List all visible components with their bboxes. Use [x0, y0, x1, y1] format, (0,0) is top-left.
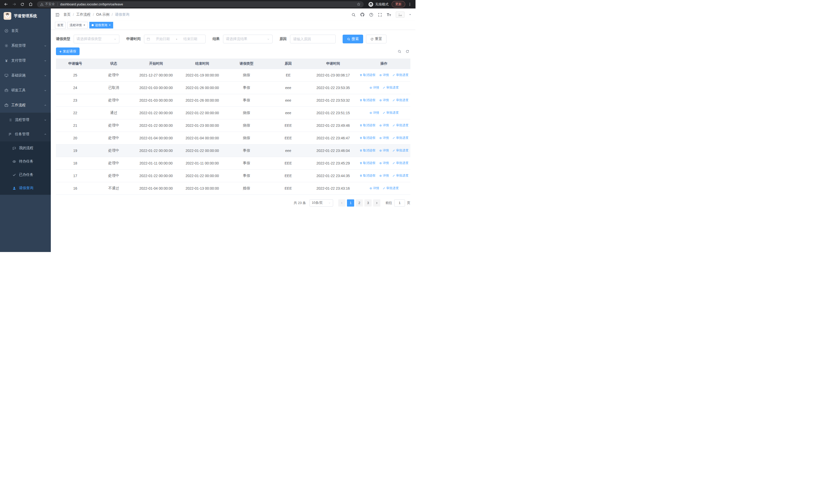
sidebar-item-label: 系统管理	[11, 43, 26, 48]
sidebar-item-payment[interactable]: ¥ 支付管理	[0, 53, 51, 68]
breadcrumb-oa-example[interactable]: OA 示例	[96, 12, 109, 17]
toggle-search-icon[interactable]	[398, 50, 401, 53]
github-icon[interactable]	[360, 12, 365, 17]
approval-progress-link[interactable]: 审批进度	[393, 161, 408, 165]
font-size-icon[interactable]	[386, 12, 391, 17]
cell-reason: eee	[268, 107, 309, 119]
user-avatar[interactable]	[396, 11, 404, 18]
reset-button[interactable]: 重置	[366, 35, 386, 43]
sidebar-item-workflow[interactable]: 工作流程	[0, 98, 51, 113]
detail-link[interactable]: 详情	[379, 73, 389, 77]
close-icon[interactable]: ×	[109, 24, 111, 27]
close-icon[interactable]: ×	[83, 24, 85, 27]
forward-icon[interactable]	[11, 1, 18, 8]
approval-progress-label: 审批进度	[396, 148, 408, 153]
sidebar-item-home[interactable]: 首页	[0, 23, 51, 38]
approval-progress-label: 审批进度	[396, 174, 408, 178]
apply-time-range-picker[interactable]: 开始日期 - 结束日期	[144, 35, 206, 43]
cell-status: 不通过	[94, 182, 133, 195]
breadcrumb-workflow[interactable]: 工作流程	[76, 12, 91, 17]
detail-link[interactable]: 详情	[379, 123, 389, 127]
search-button[interactable]: 搜索	[343, 35, 363, 43]
address-bar[interactable]: 不安全 dashboard.yudao.iocoder.cn/bpm/oa/le…	[37, 1, 364, 7]
detail-link[interactable]: 详情	[379, 174, 389, 178]
detail-link[interactable]: 详情	[379, 161, 389, 165]
create-leave-button[interactable]: + 发起请假	[56, 48, 80, 55]
page-2-button[interactable]: 2	[356, 199, 363, 207]
sidebar-item-label: 首页	[11, 28, 19, 33]
approval-progress-link[interactable]: 审批进度	[383, 111, 399, 115]
bookmark-star-icon[interactable]	[357, 2, 361, 6]
tab-leave-query[interactable]: 请假查询 ×	[89, 22, 113, 28]
breadcrumb-current: 请假查询	[115, 12, 130, 17]
approval-progress-link[interactable]: 审批进度	[383, 85, 399, 90]
app-logo-avatar	[4, 12, 11, 20]
sidebar-item-infra[interactable]: 基础设施	[0, 68, 51, 83]
leave-type-select[interactable]: 请选择请假类型	[74, 35, 119, 43]
approval-progress-link[interactable]: 审批进度	[393, 98, 408, 102]
detail-link[interactable]: 详情	[369, 85, 379, 90]
page-1-button[interactable]: 1	[347, 199, 354, 207]
prev-page-button[interactable]	[338, 199, 345, 207]
cell-status: 处理中	[94, 119, 133, 131]
detail-link[interactable]: 详情	[379, 98, 389, 102]
tab-label: 请假查询	[95, 23, 107, 27]
cancel-leave-link[interactable]: 取消请假	[360, 174, 375, 178]
goto-label: 前往	[385, 201, 392, 205]
sidebar-item-system[interactable]: 系统管理	[0, 38, 51, 53]
browser-menu-icon[interactable]	[407, 2, 413, 6]
next-page-button[interactable]	[373, 199, 380, 207]
result-label: 结果	[212, 37, 220, 41]
detail-link[interactable]: 详情	[379, 136, 389, 140]
detail-link[interactable]: 详情	[379, 148, 389, 153]
browser-update-button[interactable]: 更新	[392, 1, 405, 7]
refresh-table-icon[interactable]	[405, 50, 409, 53]
header-actions	[351, 11, 411, 18]
cancel-leave-link[interactable]: 取消请假	[360, 123, 375, 127]
chevron-down-icon	[267, 38, 270, 40]
detail-link[interactable]: 详情	[369, 186, 379, 190]
tab-home[interactable]: 首页	[55, 22, 66, 28]
goto-page-input[interactable]	[394, 199, 405, 207]
col-start-time: 开始时间	[133, 59, 179, 69]
sidebar-item-done-tasks[interactable]: 已办任务	[0, 168, 51, 181]
cancel-leave-label: 取消请假	[363, 161, 375, 165]
breadcrumb-home[interactable]: 首页	[63, 12, 70, 17]
approval-progress-link[interactable]: 审批进度	[393, 174, 408, 178]
security-warning-icon	[40, 3, 44, 6]
caret-down-icon[interactable]	[409, 13, 411, 16]
sidebar-item-leave-query[interactable]: 请假查询	[0, 181, 51, 195]
sidebar-item-process-mgmt[interactable]: 流程管理	[0, 113, 51, 127]
fullscreen-icon[interactable]	[378, 12, 382, 17]
home-icon[interactable]	[27, 1, 34, 8]
detail-link[interactable]: 详情	[369, 111, 379, 115]
page-size-select[interactable]: 10条/页	[310, 199, 333, 207]
help-icon[interactable]	[369, 12, 373, 17]
collapse-menu-icon[interactable]	[55, 12, 60, 17]
sidebar-item-task-mgmt[interactable]: 任务管理	[0, 127, 51, 141]
cancel-leave-link[interactable]: 取消请假	[360, 161, 375, 165]
sidebar-item-todo-tasks[interactable]: 待办任务	[0, 155, 51, 168]
back-icon[interactable]	[3, 1, 9, 8]
page-3-button[interactable]: 3	[365, 199, 372, 207]
tab-process-detail[interactable]: 流程详情 ×	[67, 22, 88, 28]
cancel-leave-link[interactable]: 取消请假	[360, 73, 375, 77]
search-icon[interactable]	[351, 12, 356, 17]
approval-progress-link[interactable]: 审批进度	[393, 73, 408, 77]
cancel-leave-link[interactable]: 取消请假	[360, 148, 375, 153]
cancel-leave-link[interactable]: 取消请假	[360, 136, 375, 140]
reason-input[interactable]	[290, 35, 336, 43]
result-select[interactable]: 请选择流结果	[223, 35, 273, 43]
reload-icon[interactable]	[19, 1, 26, 8]
sidebar-item-devtools[interactable]: 研发工具	[0, 83, 51, 98]
approval-progress-link[interactable]: 审批进度	[393, 123, 408, 127]
cell-end: 2022-01-04 00:00:00	[179, 131, 225, 144]
cancel-leave-link[interactable]: 取消请假	[360, 98, 375, 102]
approval-progress-link[interactable]: 审批进度	[383, 186, 399, 190]
sidebar-item-my-process[interactable]: 我的流程	[0, 141, 51, 155]
approval-progress-link[interactable]: 审批进度	[393, 148, 408, 153]
cell-type: 病假	[225, 119, 268, 131]
approval-progress-link[interactable]: 审批进度	[393, 136, 408, 140]
cell-type: 事假	[225, 157, 268, 169]
app-logo: 芋道管理系统	[0, 8, 51, 23]
